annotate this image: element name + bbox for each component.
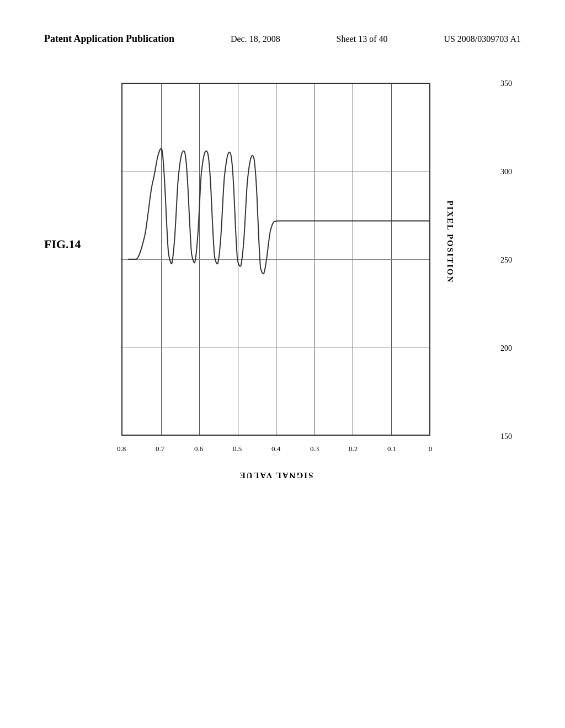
publication-date: Dec. 18, 2008	[231, 34, 280, 44]
y-tick-350: 350	[500, 79, 512, 88]
x-tick-07: 0.7	[156, 445, 164, 453]
signal-curve	[122, 84, 429, 435]
x-tick-02: 0.2	[349, 445, 358, 453]
figure-label: FIG.14	[44, 237, 81, 251]
y-axis-label: PIXEL POSITION	[445, 200, 454, 283]
y-tick-300: 300	[500, 168, 512, 176]
x-tick-06: 0.6	[194, 445, 203, 453]
page-header: Patent Application Publication Dec. 18, …	[0, 33, 565, 45]
y-tick-150: 150	[500, 432, 512, 441]
x-axis-label: SIGNAL VALUE	[121, 470, 430, 480]
patent-number: US 2008/0309703 A1	[444, 34, 521, 44]
chart-container: 350 300 250 200 150 PIXEL POSITION 0.8 0…	[88, 83, 475, 480]
x-tick-08: 0.8	[117, 445, 126, 453]
x-tick-0: 0	[429, 445, 433, 453]
x-tick-03: 0.3	[310, 445, 319, 453]
x-tick-04: 0.4	[271, 445, 280, 453]
y-tick-250: 250	[500, 256, 512, 265]
x-tick-05: 0.5	[233, 445, 242, 453]
y-tick-200: 200	[500, 344, 512, 353]
x-tick-01: 0.1	[387, 445, 396, 453]
chart-box	[121, 83, 430, 436]
sheet-info: Sheet 13 of 40	[337, 34, 388, 44]
publication-title: Patent Application Publication	[44, 33, 174, 45]
